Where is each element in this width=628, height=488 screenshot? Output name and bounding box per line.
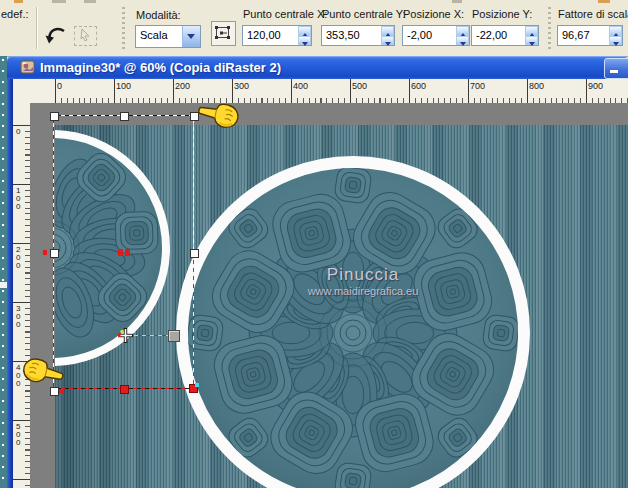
h-ruler-label: 200	[175, 81, 190, 91]
vertical-ruler: 01 0 02 0 03 0 04 0 05 0 0	[13, 103, 31, 488]
handle-middle-right[interactable]	[190, 249, 199, 258]
spin-up-button[interactable]	[525, 26, 538, 36]
handle-middle-left[interactable]	[50, 249, 59, 258]
position-y-value: -22,00	[476, 29, 507, 41]
handle-bottom-middle[interactable]	[120, 385, 129, 394]
mode-select[interactable]: Scala	[135, 25, 201, 48]
window-title: Immagine30* @ 60% (Copia diRaster 2)	[40, 60, 281, 75]
center-x-label: Punto centrale X:	[243, 8, 327, 20]
position-y-input[interactable]: -22,00	[471, 25, 539, 46]
handle-top-left[interactable]	[50, 112, 59, 121]
horizontal-ruler: 0100200300400500600700800900	[13, 79, 628, 104]
reset-arrow-icon	[44, 24, 68, 48]
scale-x-label: Fattore di scala X	[558, 8, 628, 20]
rotation-pivot-icon[interactable]	[118, 328, 133, 343]
h-ruler-label: 400	[293, 81, 308, 91]
h-ruler-label: 300	[234, 81, 249, 91]
toolbar-fragment	[452, 0, 462, 3]
toolbar-separator	[36, 7, 37, 49]
handle-top-middle[interactable]	[120, 112, 129, 121]
position-x-value: -2,00	[407, 29, 432, 41]
background-white-band	[0, 282, 7, 288]
red-marker	[43, 250, 47, 255]
handles-rect-icon	[212, 22, 233, 43]
watermark-name: Pinuccia	[283, 265, 443, 285]
mode-value: Scala	[140, 29, 168, 41]
h-ruler-label: 900	[588, 81, 603, 91]
rotation-arm	[130, 335, 170, 336]
h-ruler-label: 100	[116, 81, 131, 91]
center-y-label: Punto centrale Y:	[322, 8, 406, 20]
spin-down-button[interactable]	[609, 36, 622, 46]
h-ruler-label: 600	[411, 81, 426, 91]
h-ruler-label: 700	[470, 81, 485, 91]
spin-up-button[interactable]	[298, 26, 311, 36]
spin-down-button[interactable]	[525, 36, 538, 46]
scale-x-value: 96,67	[562, 29, 590, 41]
tool-options-toolbar: edef.: Modalità: Scala	[0, 0, 628, 57]
handle-bottom-right[interactable]	[189, 384, 198, 393]
big-kaleidoscope-circle	[176, 156, 530, 488]
background-window-strip	[0, 56, 7, 488]
spin-up-button[interactable]	[609, 26, 622, 36]
center-x-input[interactable]: 120,00	[242, 25, 312, 46]
cursor-arrow-icon	[78, 29, 92, 41]
toolbar-grip	[548, 7, 551, 49]
image-document[interactable]: Pinuccia www.maidiregrafica.eu	[55, 125, 628, 488]
h-ruler-label: 500	[352, 81, 367, 91]
small-kaleidoscope-circle	[55, 130, 170, 366]
selection-right-edge-lower	[193, 252, 194, 388]
toolbar-fragment	[14, 0, 23, 3]
position-x-label: Posizione X:	[403, 8, 464, 20]
minimize-button[interactable]	[604, 58, 628, 79]
position-x-input[interactable]: -2,00	[402, 25, 470, 46]
v-ruler-label: 2 0 0	[16, 246, 20, 270]
reset-arrow-button[interactable]	[44, 24, 68, 48]
combo-dropdown-button[interactable]	[182, 26, 200, 47]
spin-up-button[interactable]	[381, 26, 394, 36]
apply-deform-button-disabled[interactable]	[74, 26, 97, 46]
small-kaleidoscope-pattern	[55, 138, 162, 358]
image-window-titlebar[interactable]: Immagine30* @ 60% (Copia diRaster 2)	[7, 56, 628, 79]
spin-down-button[interactable]	[298, 36, 311, 46]
toolbar-fragment	[598, 0, 610, 3]
rotation-handle[interactable]	[168, 330, 180, 342]
red-marker-center-b	[125, 249, 130, 256]
center-y-input[interactable]: 353,50	[321, 25, 395, 46]
preset-label: edef.:	[1, 8, 29, 20]
v-ruler-label: 1 0 0	[16, 187, 20, 211]
scale-x-input[interactable]: 96,67	[557, 25, 623, 46]
v-ruler-label: 5 0 0	[16, 423, 20, 447]
app-screen: edef.: Modalità: Scala	[0, 0, 628, 488]
image-document-icon	[20, 59, 36, 75]
toolbar-fragment	[84, 0, 96, 3]
v-ruler-label: 0	[16, 128, 20, 136]
h-ruler-label: 0	[57, 81, 62, 91]
center-x-value: 120,00	[247, 29, 281, 41]
show-handles-button[interactable]	[211, 21, 236, 46]
watermark-url: www.maidiregrafica.eu	[283, 285, 443, 297]
cyan-snap-marker	[195, 383, 199, 387]
big-kaleidoscope-pattern	[188, 168, 518, 488]
center-y-value: 353,50	[326, 29, 360, 41]
red-marker-center-a	[118, 249, 123, 256]
toolbar-grip	[122, 7, 125, 49]
spin-up-button[interactable]	[456, 26, 469, 36]
spin-down-button[interactable]	[381, 36, 394, 46]
v-ruler-label: 3 0 0	[16, 305, 20, 329]
toolbar-fragment	[52, 0, 66, 3]
h-ruler-label: 800	[529, 81, 544, 91]
mode-label: Modalità:	[136, 9, 181, 21]
selection-right-edge-upper	[193, 115, 194, 252]
canvas-area[interactable]: Pinuccia www.maidiregrafica.eu	[30, 103, 628, 488]
position-y-label: Posizione Y:	[472, 8, 532, 20]
watermark: Pinuccia www.maidiregrafica.eu	[283, 265, 443, 297]
spin-down-button[interactable]	[456, 36, 469, 46]
